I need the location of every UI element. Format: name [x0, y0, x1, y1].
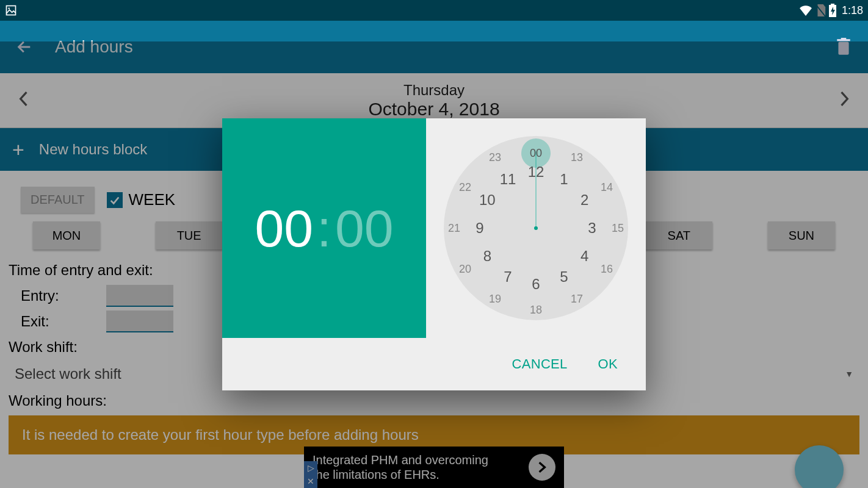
- clock-hour-19[interactable]: 19: [489, 293, 501, 306]
- clock-hour-9[interactable]: 9: [476, 220, 483, 237]
- wifi-icon: [799, 5, 812, 16]
- battery-charging-icon: [828, 4, 837, 17]
- clock-hour-17[interactable]: 17: [571, 293, 583, 306]
- time-picker-dialog: 00 : 00 00 12123456789101113141516171819…: [222, 118, 646, 390]
- clock-center-dot: [534, 226, 538, 230]
- sim-off-icon: [815, 4, 826, 16]
- status-icons: 1:18: [799, 4, 863, 17]
- clock-hour-15[interactable]: 15: [612, 222, 624, 235]
- time-minutes[interactable]: 00: [335, 198, 394, 259]
- svg-rect-9: [841, 38, 847, 40]
- time-separator: :: [317, 198, 331, 259]
- svg-rect-4: [831, 4, 834, 5]
- clock-hour-20[interactable]: 20: [459, 263, 471, 276]
- status-time: 1:18: [842, 4, 863, 17]
- clock-hour-2[interactable]: 2: [580, 192, 588, 209]
- time-hours[interactable]: 00: [255, 198, 313, 259]
- clock-hour-22[interactable]: 22: [459, 181, 471, 194]
- clock-face[interactable]: 00 1212345678910111314151617181920212223: [444, 136, 628, 320]
- clock-hour-8[interactable]: 8: [483, 248, 491, 265]
- clock-face-wrap: 00 1212345678910111314151617181920212223: [426, 118, 646, 338]
- clock-hour-3[interactable]: 3: [588, 220, 596, 237]
- clock-hour-4[interactable]: 4: [580, 248, 588, 265]
- clock-hour-11[interactable]: 11: [500, 171, 516, 188]
- clock-hour-6[interactable]: 6: [532, 276, 540, 293]
- clock-hour-5[interactable]: 5: [560, 268, 568, 285]
- clock-hour-12[interactable]: 12: [528, 163, 544, 181]
- ok-button[interactable]: OK: [598, 356, 618, 372]
- clock-hour-1[interactable]: 1: [560, 171, 568, 188]
- clock-hour-16[interactable]: 16: [601, 263, 613, 276]
- cancel-button[interactable]: CANCEL: [512, 356, 568, 372]
- svg-point-1: [8, 7, 10, 9]
- clock-hour-14[interactable]: 14: [601, 181, 613, 194]
- clock-hour-18[interactable]: 18: [530, 304, 542, 317]
- clock-hour-10[interactable]: 10: [479, 192, 496, 209]
- svg-rect-0: [7, 6, 16, 15]
- time-display: 00 : 00: [222, 118, 426, 338]
- image-icon: [5, 4, 17, 16]
- dialog-actions: CANCEL OK: [222, 338, 646, 390]
- clock-hour-7[interactable]: 7: [504, 268, 512, 285]
- status-bar: 1:18: [0, 0, 868, 21]
- clock-hour-21[interactable]: 21: [448, 222, 460, 235]
- clock-hour-23[interactable]: 23: [489, 151, 501, 163]
- clock-hour-13[interactable]: 13: [571, 151, 583, 163]
